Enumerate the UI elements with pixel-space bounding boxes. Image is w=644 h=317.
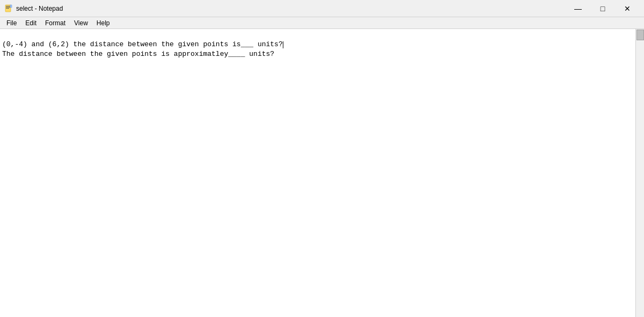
window-controls: — □ ✕ [566,0,640,17]
close-button[interactable]: ✕ [615,0,640,17]
menu-edit[interactable]: Edit [21,18,41,28]
minimize-button[interactable]: — [566,0,590,17]
menu-help[interactable]: Help [92,18,114,28]
menu-format[interactable]: Format [41,18,70,28]
title-bar-left: select - Notepad [4,4,63,13]
line-2: The distance between the given points is… [2,50,274,58]
svg-rect-4 [10,5,12,8]
text-cursor [283,41,283,48]
menu-file[interactable]: File [2,18,21,28]
svg-rect-1 [6,6,10,6]
svg-rect-3 [6,8,9,9]
maximize-button[interactable]: □ [590,0,615,17]
svg-rect-2 [6,7,10,8]
menu-view[interactable]: View [70,18,92,28]
scrollbar-thumb[interactable] [636,30,644,40]
vertical-scrollbar[interactable] [635,29,644,317]
line-1: (0,-4) and (6,2) the distance between th… [2,40,283,48]
notepad-icon [4,4,13,13]
window-title: select - Notepad [16,5,63,12]
menu-bar: File Edit Format View Help [0,17,644,29]
editor-area[interactable]: (0,-4) and (6,2) the distance between th… [0,29,644,317]
editor-content[interactable]: (0,-4) and (6,2) the distance between th… [2,30,642,69]
title-bar: select - Notepad — □ ✕ [0,0,644,17]
